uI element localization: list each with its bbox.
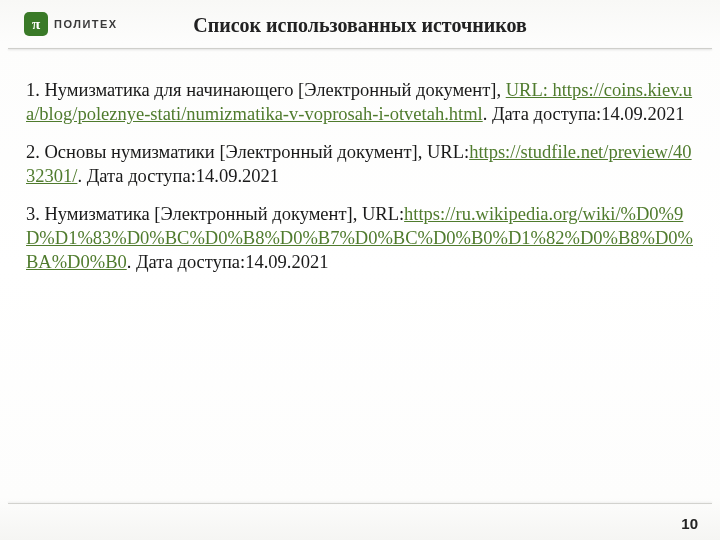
- reference-suffix: . Дата доступа:14.09.2021: [127, 252, 329, 272]
- page-number: 10: [681, 515, 698, 532]
- logo: π ПОЛИТЕХ: [24, 12, 118, 36]
- header: π ПОЛИТЕХ: [0, 0, 720, 48]
- references-list: 1. Нумизматика для начинающего [Электрон…: [26, 78, 694, 288]
- divider-bottom: [8, 503, 712, 504]
- reference-item: 3. Нумизматика [Электронный документ], U…: [26, 202, 694, 274]
- pi-logo-icon: π: [24, 12, 48, 36]
- slide: π ПОЛИТЕХ Список использованных источник…: [0, 0, 720, 540]
- reference-prefix: 3. Нумизматика [Электронный документ], U…: [26, 204, 404, 224]
- divider-top: [8, 48, 712, 49]
- reference-prefix: 2. Основы нумизматики [Электронный докум…: [26, 142, 469, 162]
- reference-item: 2. Основы нумизматики [Электронный докум…: [26, 140, 694, 188]
- reference-suffix: . Дата доступа:14.09.2021: [77, 166, 279, 186]
- reference-prefix: 1. Нумизматика для начинающего [Электрон…: [26, 80, 506, 100]
- logo-text: ПОЛИТЕХ: [54, 18, 118, 30]
- reference-suffix: . Дата доступа:14.09.2021: [483, 104, 685, 124]
- reference-item: 1. Нумизматика для начинающего [Электрон…: [26, 78, 694, 126]
